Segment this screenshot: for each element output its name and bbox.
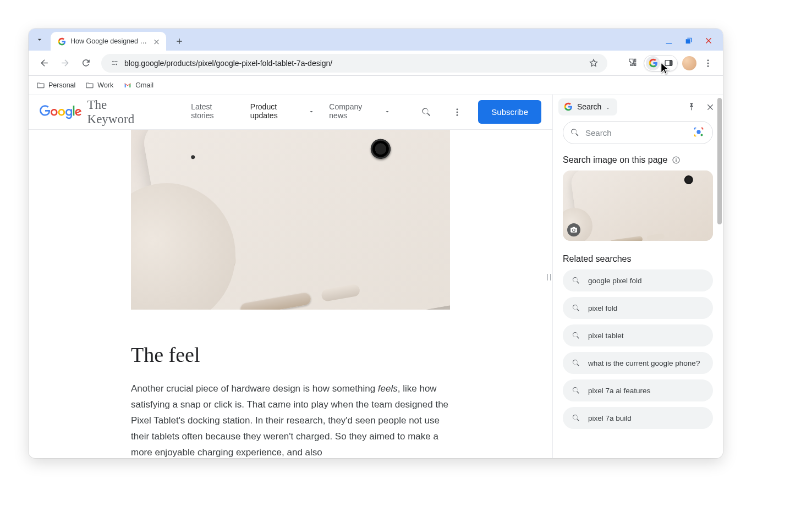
svg-point-1 bbox=[112, 61, 114, 63]
svg-point-14 bbox=[700, 134, 703, 136]
close-tab-icon[interactable] bbox=[152, 37, 161, 46]
profile-avatar[interactable] bbox=[682, 56, 696, 70]
side-panel: Search Search Search image on this page bbox=[552, 95, 723, 458]
related-searches-heading: Related searches bbox=[563, 254, 713, 264]
maximize-icon[interactable] bbox=[684, 36, 693, 45]
search-icon bbox=[572, 414, 580, 422]
bookmark-label: Personal bbox=[48, 81, 75, 89]
bookmark-label: Work bbox=[97, 81, 113, 89]
svg-rect-4 bbox=[112, 64, 115, 64]
bookmark-gmail[interactable]: Gmail bbox=[123, 81, 153, 90]
folder-icon bbox=[36, 81, 45, 90]
close-panel-icon[interactable] bbox=[703, 100, 717, 114]
gmail-icon bbox=[123, 81, 132, 90]
image-search-thumbnail[interactable] bbox=[563, 170, 713, 241]
minimize-icon[interactable] bbox=[665, 36, 673, 45]
svg-point-8 bbox=[707, 62, 709, 64]
url-text: blog.google/products/pixel/google-pixel-… bbox=[124, 59, 332, 68]
side-panel-header: Search bbox=[553, 95, 723, 119]
related-search-item[interactable]: pixel tablet bbox=[563, 324, 713, 346]
site-header: The Keyword Latest stories Product updat… bbox=[29, 95, 552, 130]
search-icon bbox=[570, 128, 580, 137]
side-panel-search-input[interactable]: Search bbox=[563, 121, 713, 144]
svg-point-7 bbox=[707, 59, 709, 61]
google-g-icon bbox=[564, 102, 573, 112]
site-title: The Keyword bbox=[87, 98, 156, 126]
folder-icon bbox=[85, 81, 94, 90]
extensions-icon[interactable] bbox=[624, 56, 639, 71]
mouse-cursor-icon bbox=[660, 62, 672, 78]
scrollbar[interactable] bbox=[717, 98, 722, 224]
svg-point-12 bbox=[456, 114, 458, 115]
search-placeholder: Search bbox=[585, 128, 687, 137]
article-heading: The feel bbox=[131, 343, 450, 367]
bookmark-star-icon[interactable] bbox=[589, 58, 599, 68]
site-logo[interactable]: The Keyword bbox=[40, 98, 156, 126]
bookmark-label: Gmail bbox=[135, 81, 153, 89]
search-icon bbox=[572, 304, 580, 312]
svg-rect-16 bbox=[676, 159, 677, 162]
nav-company-news[interactable]: Company news bbox=[329, 95, 391, 134]
search-icon bbox=[572, 276, 580, 285]
window-controls bbox=[665, 36, 723, 51]
search-image-heading: Search image on this page bbox=[563, 155, 713, 165]
browser-menu-icon[interactable] bbox=[701, 56, 715, 70]
forward-button[interactable] bbox=[57, 56, 73, 71]
search-icon bbox=[572, 386, 580, 395]
tab-search-dropdown[interactable] bbox=[29, 29, 51, 51]
site-search-icon[interactable] bbox=[417, 103, 435, 122]
related-search-item[interactable]: google pixel fold bbox=[563, 269, 713, 291]
chevron-down-icon bbox=[384, 108, 391, 114]
svg-point-13 bbox=[696, 130, 700, 134]
pin-icon[interactable] bbox=[684, 100, 699, 114]
window-close-icon[interactable] bbox=[704, 36, 713, 45]
side-panel-selector[interactable]: Search bbox=[558, 98, 617, 115]
chevron-down-icon bbox=[605, 104, 611, 109]
back-button[interactable] bbox=[36, 56, 52, 71]
article-hero-image bbox=[131, 130, 450, 310]
site-menu-icon[interactable] bbox=[449, 104, 465, 120]
nav-latest-stories[interactable]: Latest stories bbox=[191, 95, 236, 134]
address-bar[interactable]: blog.google/products/pixel/google-pixel-… bbox=[101, 54, 607, 73]
related-search-item[interactable]: pixel fold bbox=[563, 297, 713, 319]
camera-icon bbox=[567, 223, 580, 236]
svg-point-10 bbox=[456, 108, 458, 110]
google-lens-icon[interactable] bbox=[693, 126, 706, 139]
related-search-item[interactable]: pixel 7a build bbox=[563, 407, 713, 429]
panel-resize-handle[interactable]: || bbox=[547, 273, 552, 280]
svg-point-11 bbox=[456, 111, 458, 113]
svg-rect-0 bbox=[666, 43, 672, 43]
search-icon bbox=[572, 359, 580, 367]
browser-tab[interactable]: How Google designed the P bbox=[51, 32, 166, 51]
related-search-item[interactable]: pixel 7a ai features bbox=[563, 379, 713, 401]
chevron-down-icon bbox=[308, 108, 315, 114]
subscribe-button[interactable]: Subscribe bbox=[478, 100, 541, 124]
related-search-item[interactable]: what is the current google phone? bbox=[563, 352, 713, 374]
svg-point-9 bbox=[707, 65, 709, 67]
page-content: The Keyword Latest stories Product updat… bbox=[29, 95, 552, 458]
reload-button[interactable] bbox=[78, 56, 94, 71]
bookmark-personal[interactable]: Personal bbox=[36, 81, 75, 90]
site-settings-icon[interactable] bbox=[110, 59, 119, 68]
info-icon[interactable] bbox=[672, 156, 681, 164]
tab-title: How Google designed the P bbox=[70, 37, 147, 45]
google-favicon bbox=[57, 37, 66, 46]
bookmark-work[interactable]: Work bbox=[85, 81, 113, 90]
nav-product-updates[interactable]: Product updates bbox=[250, 95, 315, 134]
tab-strip: How Google designed the P bbox=[29, 29, 723, 51]
google-search-sidepanel-button[interactable] bbox=[646, 56, 660, 70]
article-paragraph: Another crucial piece of hardware design… bbox=[131, 381, 450, 458]
svg-point-3 bbox=[116, 64, 117, 65]
bookmark-bar: Personal Work Gmail bbox=[29, 76, 723, 95]
browser-toolbar: blog.google/products/pixel/google-pixel-… bbox=[29, 51, 723, 76]
svg-rect-2 bbox=[114, 61, 117, 62]
svg-rect-17 bbox=[676, 158, 677, 158]
new-tab-button[interactable] bbox=[172, 34, 187, 49]
search-icon bbox=[572, 331, 580, 340]
